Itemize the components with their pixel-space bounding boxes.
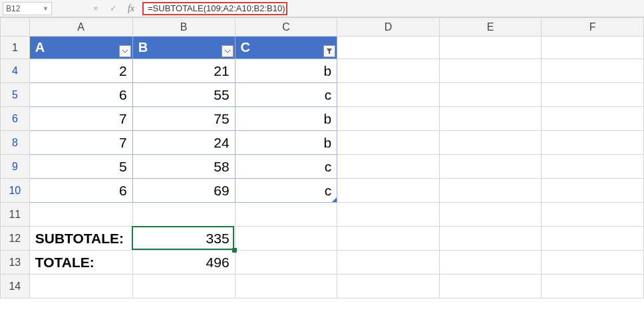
cell[interactable] — [439, 227, 542, 251]
cell[interactable] — [439, 179, 542, 203]
cell[interactable] — [542, 227, 644, 251]
cell[interactable] — [439, 83, 542, 107]
table-header-B[interactable]: B — [132, 37, 235, 59]
col-header-B[interactable]: B — [132, 18, 235, 37]
cell[interactable] — [337, 131, 440, 155]
cell[interactable] — [542, 155, 644, 179]
formula-bar: B12 ▼ × ✓ fx =SUBTOTALE(109;A2:A10;B2:B1… — [0, 0, 644, 17]
col-header-F[interactable]: F — [542, 18, 644, 37]
cell[interactable]: b — [235, 59, 337, 83]
name-box[interactable]: B12 ▼ — [3, 2, 52, 15]
totale-label-cell[interactable]: TOTALE: — [29, 251, 132, 275]
cell[interactable]: 21 — [132, 59, 235, 83]
cell[interactable] — [439, 59, 542, 83]
chevron-down-icon: ▼ — [43, 5, 49, 12]
cell[interactable] — [439, 275, 542, 298]
cell[interactable] — [337, 107, 440, 131]
cell[interactable] — [542, 251, 644, 275]
cell[interactable] — [337, 251, 440, 275]
cell[interactable]: 6 — [29, 83, 132, 107]
row-header[interactable]: 8 — [1, 131, 30, 155]
cell[interactable] — [235, 203, 337, 227]
row-header[interactable]: 10 — [1, 179, 30, 203]
cell[interactable] — [337, 179, 440, 203]
cell[interactable] — [337, 155, 440, 179]
cell[interactable] — [542, 37, 644, 59]
row-header[interactable]: 1 — [1, 37, 30, 59]
row-header[interactable]: 6 — [1, 107, 30, 131]
cell[interactable] — [542, 59, 644, 83]
cell[interactable] — [29, 203, 132, 227]
cell[interactable] — [132, 203, 235, 227]
cell[interactable] — [337, 227, 440, 251]
cell[interactable]: c — [235, 155, 337, 179]
table-header-A[interactable]: A — [29, 37, 132, 59]
row-header[interactable]: 9 — [1, 155, 30, 179]
cell[interactable] — [235, 227, 337, 251]
spreadsheet-grid[interactable]: A B C D E F 1 A B C — [0, 17, 644, 298]
totale-value-cell[interactable]: 496 — [132, 251, 235, 275]
row-header[interactable]: 4 — [1, 59, 30, 83]
cell[interactable]: 55 — [132, 83, 235, 107]
cell[interactable]: 6 — [29, 179, 132, 203]
cell[interactable]: c — [235, 83, 337, 107]
cell[interactable]: c — [235, 179, 337, 203]
cell[interactable] — [542, 179, 644, 203]
cell[interactable] — [439, 37, 542, 59]
cell[interactable] — [439, 107, 542, 131]
col-header-D[interactable]: D — [337, 18, 440, 37]
cell[interactable] — [439, 131, 542, 155]
table-header-label: A — [35, 40, 45, 55]
filter-button[interactable] — [222, 45, 234, 57]
filter-button-active[interactable] — [323, 45, 335, 57]
row-header[interactable]: 14 — [1, 275, 30, 298]
cell[interactable]: 2 — [29, 59, 132, 83]
cell[interactable]: 58 — [132, 155, 235, 179]
row-header[interactable]: 5 — [1, 83, 30, 107]
cell[interactable] — [235, 275, 337, 298]
table-header-C[interactable]: C — [235, 37, 337, 59]
cell[interactable] — [439, 251, 542, 275]
cell[interactable] — [337, 37, 440, 59]
cell[interactable] — [235, 251, 337, 275]
cell[interactable]: 7 — [29, 107, 132, 131]
cell[interactable]: 7 — [29, 131, 132, 155]
subtotale-value-cell[interactable]: 335 — [132, 227, 235, 251]
filter-button[interactable] — [119, 45, 131, 57]
fx-icon[interactable]: fx — [124, 2, 138, 15]
cell[interactable] — [542, 131, 644, 155]
select-all-corner[interactable] — [1, 18, 30, 37]
cell[interactable] — [439, 155, 542, 179]
cell[interactable]: 69 — [132, 179, 235, 203]
col-header-A[interactable]: A — [29, 18, 132, 37]
cell[interactable] — [29, 275, 132, 298]
cell[interactable]: 5 — [29, 155, 132, 179]
cell[interactable] — [337, 59, 440, 83]
cell[interactable]: 24 — [132, 131, 235, 155]
cell[interactable] — [542, 203, 644, 227]
formula-input[interactable]: =SUBTOTALE(109;A2:A10;B2:B10) — [142, 2, 287, 15]
table-header-label: C — [241, 40, 250, 55]
cell[interactable]: 75 — [132, 107, 235, 131]
cell[interactable] — [337, 275, 440, 298]
col-header-C[interactable]: C — [235, 18, 337, 37]
cell[interactable]: b — [235, 107, 337, 131]
fill-handle[interactable] — [232, 248, 237, 253]
row-header[interactable]: 11 — [1, 203, 30, 227]
cell[interactable] — [439, 203, 542, 227]
table-corner-mark — [332, 197, 337, 202]
cell[interactable] — [542, 83, 644, 107]
cell[interactable] — [132, 275, 235, 298]
cell[interactable] — [542, 107, 644, 131]
cell[interactable]: b — [235, 131, 337, 155]
cancel-icon[interactable]: × — [89, 2, 102, 15]
cell[interactable] — [542, 275, 644, 298]
cell[interactable] — [337, 203, 440, 227]
row-header[interactable]: 12 — [1, 227, 30, 251]
cell-value: c — [325, 183, 332, 198]
confirm-icon[interactable]: ✓ — [106, 2, 120, 15]
subtotale-label-cell[interactable]: SUBTOTALE: — [29, 227, 132, 251]
row-header[interactable]: 13 — [1, 251, 30, 275]
col-header-E[interactable]: E — [439, 18, 542, 37]
cell[interactable] — [337, 83, 440, 107]
